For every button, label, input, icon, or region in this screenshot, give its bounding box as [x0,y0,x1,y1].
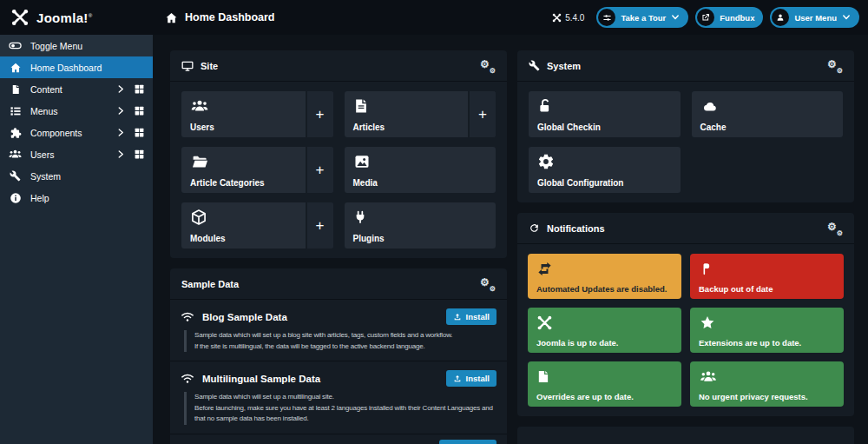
sample-data-panel: Sample Data ⚙⚙ Blog Sample Data Install [170,268,507,444]
left-column: Site ⚙⚙ Users + Articles + [170,50,507,444]
unlock-icon [537,97,672,115]
toggle-icon [9,39,22,52]
tile-plugins[interactable]: Plugins [345,202,496,249]
home-icon [165,11,178,24]
joomla-version: 5.4.0 [552,13,584,23]
chevron-right-icon [117,128,125,137]
file-icon [9,83,22,96]
install-blog-sample-button[interactable]: Install [446,308,496,325]
sync-icon [529,222,540,234]
site-panel: Site ⚙⚙ Users + Articles + [170,50,507,258]
tile-backup-status[interactable]: Backup out of date [690,254,844,299]
sidebar-item-help[interactable]: Help [0,187,153,209]
sample-data-footer: Manage [170,434,507,444]
tile-extensions-update-status[interactable]: Extensions are up to date. [690,308,844,353]
tile-modules[interactable]: Modules + [181,202,333,249]
chevron-right-icon [117,106,125,116]
sidebar-item-components[interactable]: Components [0,122,153,143]
sidebar-item-content[interactable]: Content [0,78,153,100]
multilingual-sample-description: Sample data which will set up a multilin… [184,392,496,425]
brand-text: Joomla!® [36,10,92,25]
content-dashboard-grid-icon[interactable] [134,83,145,95]
info-icon [9,192,22,204]
file-icon [536,368,673,385]
tile-overrides-status[interactable]: Overrides are up to date. [528,361,681,407]
chevron-right-icon [117,84,125,94]
tile-global-checkin[interactable]: Global Checkin [529,91,681,137]
tile-privacy-requests[interactable]: No urgent privacy requests. [690,361,844,407]
page-title: Home Dashboard [165,11,275,24]
topbar-actions: 5.4.0 Take a Tour Fundbux [552,7,868,28]
joomla-x-icon [536,314,673,331]
add-user-button[interactable]: + [306,91,333,137]
site-tiles: Users + Articles + Article Categories + [170,82,507,258]
users-icon [699,368,835,385]
users-dashboard-grid-icon[interactable] [134,149,145,160]
folder-open-icon [190,153,325,170]
wifi-icon [181,311,194,322]
sample-data-header: Sample Data ⚙⚙ [170,268,507,300]
settings-icon[interactable]: ⚙⚙ [480,277,496,291]
sidebar-item-menus[interactable]: Menus [0,100,153,122]
settings-icon[interactable]: ⚙⚙ [827,222,843,235]
notifications-header: Notifications ⚙⚙ [517,213,854,244]
add-article-button[interactable]: + [468,91,496,137]
tile-articles[interactable]: Articles + [345,91,496,137]
add-module-button[interactable]: + [306,202,333,249]
notification-tiles: Automated Updates are disabled. Backup o… [517,244,854,416]
tile-users[interactable]: Users + [181,91,333,137]
joomla-logo[interactable]: Joomla!® [0,8,153,27]
chevron-down-icon [842,14,851,21]
external-link-icon [697,9,714,26]
take-a-tour-button[interactable]: Take a Tour [596,7,688,28]
sidebar-item-system[interactable]: System [0,165,153,187]
right-column: System ⚙⚙ Global Checkin Cache [517,50,854,444]
users-icon [190,97,325,115]
cloud-icon [700,97,835,115]
home-icon [9,62,22,74]
admin-sidebar: Toggle Menu Home Dashboard Content Menus [0,35,153,444]
star-icon [699,314,835,331]
notifications-panel: Notifications ⚙⚙ Automated Updates are d… [517,213,854,416]
wrench-icon [9,170,22,182]
joomla-x-mini-icon [552,13,562,23]
tile-automated-updates[interactable]: Automated Updates are disabled. [528,254,681,299]
user-menu-button[interactable]: User Menu [770,7,859,28]
settings-icon[interactable]: ⚙⚙ [480,59,496,73]
users-icon [9,148,22,161]
site-panel-header: Site ⚙⚙ [170,50,507,82]
upload-icon [453,374,462,383]
cube-icon [190,209,325,226]
list-icon [9,105,22,117]
image-icon [353,153,488,170]
chevron-right-icon [117,149,125,159]
tile-joomla-update-status[interactable]: Joomla is up to date. [528,308,681,353]
components-dashboard-grid-icon[interactable] [134,127,145,138]
chevron-down-icon [671,14,680,21]
file-icon [353,97,488,115]
tile-global-configuration[interactable]: Global Configuration [529,147,681,193]
system-panel-header: System ⚙⚙ [517,50,854,82]
manage-button[interactable]: Manage [439,440,496,444]
fundbux-button[interactable]: Fundbux [695,7,763,28]
settings-icon[interactable]: ⚙⚙ [827,59,843,73]
tile-article-categories[interactable]: Article Categories + [181,147,333,193]
add-category-button[interactable]: + [306,147,333,193]
tile-cache[interactable]: Cache [692,91,844,137]
system-panel: System ⚙⚙ Global Checkin Cache [517,50,854,202]
blog-sample-data-entry: Blog Sample Data Install Sample data whi… [170,300,507,361]
multilingual-sample-data-entry: Multilingual Sample Data Install Sample … [170,361,507,434]
menus-dashboard-grid-icon[interactable] [134,105,145,116]
tile-media[interactable]: Media [345,147,496,193]
sidebar-item-home-dashboard[interactable]: Home Dashboard [0,56,153,78]
sidebar-item-users[interactable]: Users [0,143,153,165]
install-multilingual-sample-button[interactable]: Install [446,370,496,387]
topbar: Joomla!® Home Dashboard 5.4.0 T [0,0,868,35]
dashboard-content: Site ⚙⚙ Users + Articles + [153,35,868,444]
wrench-icon [529,60,540,71]
user-icon [772,9,789,26]
puzzle-icon [9,127,22,139]
upload-icon [453,313,462,321]
blog-sample-description: Sample data which will set up a blog sit… [184,330,496,352]
sidebar-item-toggle-menu[interactable]: Toggle Menu [0,35,153,56]
